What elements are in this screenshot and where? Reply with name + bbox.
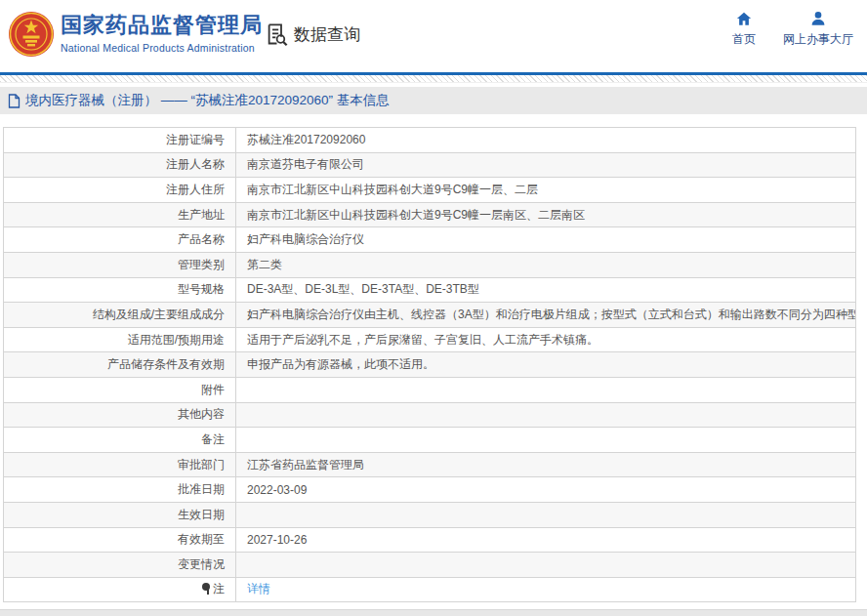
detail-link[interactable]: 详情: [247, 582, 270, 595]
data-query-label: 数据查询: [294, 23, 360, 46]
document-search-icon: [264, 21, 290, 48]
row-label: 产品储存条件及有效期: [4, 352, 236, 378]
site-header: 国家药品监督管理局 National Medical Products Admi…: [0, 0, 867, 72]
row-label: 生效日期: [4, 502, 236, 527]
row-value: [236, 428, 856, 453]
row-label: 批准日期: [4, 477, 236, 503]
row-value: 南京市江北新区中山科技园科创大道9号C9幢一层、二层: [236, 178, 856, 203]
row-value: 江苏省药品监督管理局: [236, 452, 856, 477]
row-label: 其他内容: [4, 402, 236, 428]
row-label: 变更情况: [4, 553, 236, 578]
table-row: 变更情况: [4, 553, 856, 578]
row-label: 注: [4, 577, 236, 602]
row-label: 附件: [4, 377, 236, 402]
nav-home[interactable]: 首页: [732, 10, 756, 48]
row-label: 注册人住所: [4, 178, 236, 203]
row-label: 管理类别: [4, 252, 236, 277]
table-row: 审批部门江苏省药品监督管理局: [4, 452, 856, 477]
row-value: 详情: [236, 577, 856, 602]
info-table-wrap: 注册证编号苏械注准20172092060注册人名称南京道芬电子有限公司注册人住所…: [3, 127, 856, 602]
table-row: 型号规格DE-3A型、DE-3L型、DE-3TA型、DE-3TB型: [4, 277, 856, 303]
row-label: 生产地址: [4, 202, 236, 227]
table-row: 管理类别第二类: [4, 252, 856, 277]
row-value: DE-3A型、DE-3L型、DE-3TA型、DE-3TB型: [236, 277, 856, 303]
row-label: 有效期至: [4, 527, 236, 553]
info-table: 注册证编号苏械注准20172092060注册人名称南京道芬电子有限公司注册人住所…: [3, 127, 856, 602]
table-row: 有效期至2027-10-26: [4, 527, 856, 553]
table-row: 产品储存条件及有效期申报产品为有源器械，此项不适用。: [4, 352, 856, 378]
row-label: 型号规格: [4, 277, 236, 303]
row-label: 适用范围/预期用途: [4, 327, 236, 352]
row-value: 妇产科电脑综合治疗仪由主机、线控器（3A型）和治疗电极片组成；按型式（立式和台式…: [236, 303, 856, 328]
site-subtitle: National Medical Products Administration: [61, 42, 263, 54]
row-label: 产品名称: [4, 227, 236, 253]
row-label: 审批部门: [4, 452, 236, 477]
table-row: 注册人住所南京市江北新区中山科技园科创大道9号C9幢一层、二层: [4, 178, 856, 203]
table-row: 批准日期2022-03-09: [4, 477, 856, 503]
breadcrumb: 境内医疗器械（注册） —— “苏械注准20172092060” 基本信息: [0, 87, 867, 114]
row-value: 苏械注准20172092060: [236, 128, 856, 153]
breadcrumb-text: 境内医疗器械（注册） —— “苏械注准20172092060” 基本信息: [25, 92, 390, 109]
hatch-separator: [0, 75, 867, 83]
table-row: 备注: [4, 428, 856, 453]
row-value: 2027-10-26: [236, 527, 856, 553]
row-label: 注册证编号: [4, 128, 236, 153]
china-national-emblem-icon: [8, 11, 55, 58]
table-row: 产品名称妇产科电脑综合治疗仪: [4, 227, 856, 253]
table-row: 结构及组成/主要组成成分妇产科电脑综合治疗仪由主机、线控器（3A型）和治疗电极片…: [4, 303, 856, 328]
row-value: 申报产品为有源器械，此项不适用。: [236, 352, 856, 378]
row-value: 2022-03-09: [236, 477, 856, 503]
footer-band: [0, 609, 867, 616]
pin-icon: [202, 583, 211, 595]
row-label: 备注: [4, 428, 236, 453]
row-value: 妇产科电脑综合治疗仪: [236, 227, 856, 253]
person-icon: [809, 10, 827, 27]
table-row: 适用范围/预期用途适用于产后泌乳不足，产后尿潴留、子宫复旧、人工流产手术镇痛。: [4, 327, 856, 352]
row-value: [236, 402, 856, 428]
row-value: [236, 377, 856, 402]
data-query-section[interactable]: 数据查询: [264, 21, 360, 48]
home-icon: [735, 10, 753, 27]
page-icon: [8, 94, 21, 108]
row-label: 注册人名称: [4, 152, 236, 178]
nav-service-hall[interactable]: 网上办事大厅: [783, 10, 853, 48]
table-row: 注详情: [4, 577, 856, 602]
row-value: 南京市江北新区中山科技园科创大道9号C9幢一层南区、二层南区: [236, 202, 856, 227]
table-row: 注册证编号苏械注准20172092060: [4, 128, 856, 153]
row-label: 结构及组成/主要组成成分: [4, 303, 236, 328]
table-row: 附件: [4, 377, 856, 402]
row-value: 南京道芬电子有限公司: [236, 152, 856, 178]
row-value: 第二类: [236, 252, 856, 277]
brand-block: 国家药品监督管理局 National Medical Products Admi…: [61, 13, 263, 54]
table-row: 生产地址南京市江北新区中山科技园科创大道9号C9幢一层南区、二层南区: [4, 202, 856, 227]
nav-service-hall-label: 网上办事大厅: [783, 31, 853, 48]
header-nav: 首页 网上办事大厅: [732, 10, 853, 48]
table-row: 其他内容: [4, 402, 856, 428]
site-title: 国家药品监督管理局: [61, 13, 263, 38]
info-table-body: 注册证编号苏械注准20172092060注册人名称南京道芬电子有限公司注册人住所…: [4, 128, 856, 602]
nav-home-label: 首页: [732, 31, 756, 48]
row-value: [236, 553, 856, 578]
row-value: 适用于产后泌乳不足，产后尿潴留、子宫复旧、人工流产手术镇痛。: [236, 327, 856, 352]
table-row: 注册人名称南京道芬电子有限公司: [4, 152, 856, 178]
row-value: [236, 502, 856, 527]
table-row: 生效日期: [4, 502, 856, 527]
